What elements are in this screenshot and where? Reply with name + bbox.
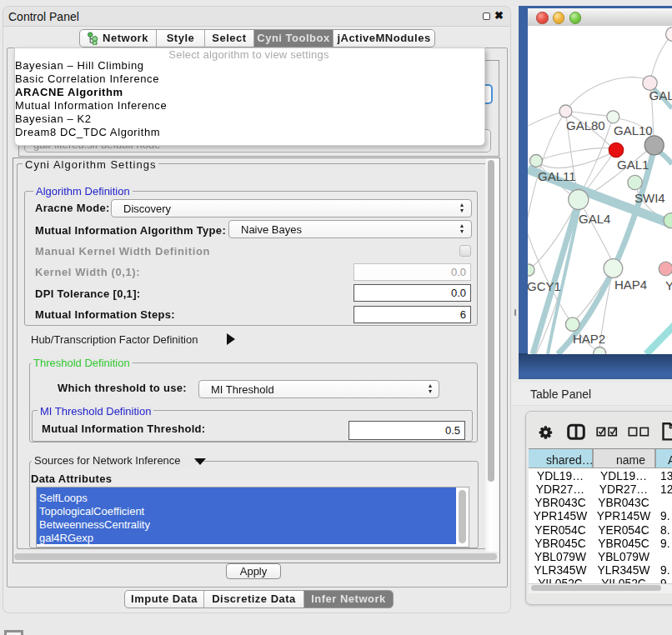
svg-text:Y: Y [665, 278, 672, 292]
svg-text:GAL10: GAL10 [614, 123, 653, 138]
svg-text:GAL4: GAL4 [579, 212, 610, 226]
svg-text:GAL80: GAL80 [566, 118, 605, 132]
svg-text:GAL11: GAL11 [538, 169, 576, 183]
svg-text:GAL7: GAL7 [649, 88, 672, 102]
svg-text:HAP4: HAP4 [614, 278, 647, 292]
svg-text:GAL1: GAL1 [617, 158, 649, 172]
svg-text:SWI4: SWI4 [634, 191, 665, 205]
svg-text:HAP2: HAP2 [573, 332, 605, 346]
svg-text:GCY1: GCY1 [528, 279, 561, 293]
